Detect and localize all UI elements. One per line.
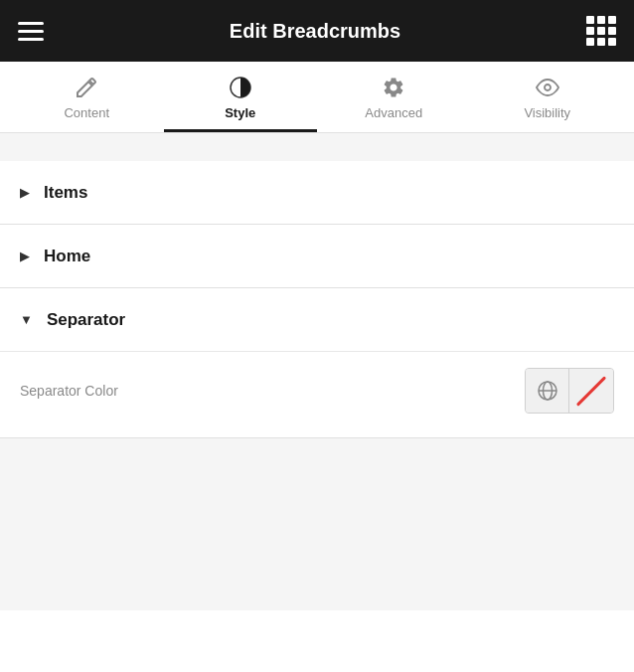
tab-visibility-label: Visibility — [524, 105, 570, 120]
no-color-slash — [576, 376, 606, 406]
home-arrow-icon: ▶ — [20, 249, 30, 263]
halfcircle-icon — [229, 76, 252, 99]
color-globe-icon — [526, 369, 569, 413]
gear-icon — [382, 76, 405, 99]
separator-arrow-icon: ▼ — [20, 312, 33, 327]
section-separator: ▼ Separator Separator Color — [0, 288, 634, 438]
separator-section-title: Separator — [47, 310, 125, 330]
tab-advanced[interactable]: Advanced — [317, 62, 471, 132]
tab-style[interactable]: Style — [164, 62, 318, 132]
tab-advanced-label: Advanced — [365, 105, 422, 120]
grid-menu-icon[interactable] — [586, 16, 616, 46]
content-area: ▶ Items ▶ Home ▼ Separator Separator Col… — [0, 133, 634, 610]
color-swatch — [569, 369, 613, 413]
page-title: Edit Breadcrumbs — [230, 20, 400, 43]
items-arrow-icon: ▶ — [20, 185, 30, 200]
tab-bar: Content Style Advanced Visibility — [0, 62, 634, 133]
eye-icon — [536, 76, 559, 99]
color-picker-button[interactable] — [525, 368, 614, 414]
pencil-icon — [75, 76, 98, 99]
items-section-title: Items — [44, 183, 87, 203]
separator-body: Separator Color — [0, 352, 634, 437]
separator-color-label: Separator Color — [20, 383, 118, 399]
tab-style-label: Style — [225, 105, 255, 120]
tab-content[interactable]: Content — [10, 62, 164, 132]
section-items[interactable]: ▶ Items — [0, 161, 634, 225]
header: Edit Breadcrumbs — [0, 0, 634, 62]
section-home[interactable]: ▶ Home — [0, 225, 634, 288]
tab-content-label: Content — [64, 105, 109, 120]
separator-section-header[interactable]: ▼ Separator — [0, 288, 634, 352]
svg-point-1 — [545, 84, 551, 90]
tab-visibility[interactable]: Visibility — [471, 62, 625, 132]
home-section-title: Home — [44, 247, 90, 266]
top-gap — [0, 133, 634, 161]
hamburger-menu-icon[interactable] — [18, 22, 44, 41]
